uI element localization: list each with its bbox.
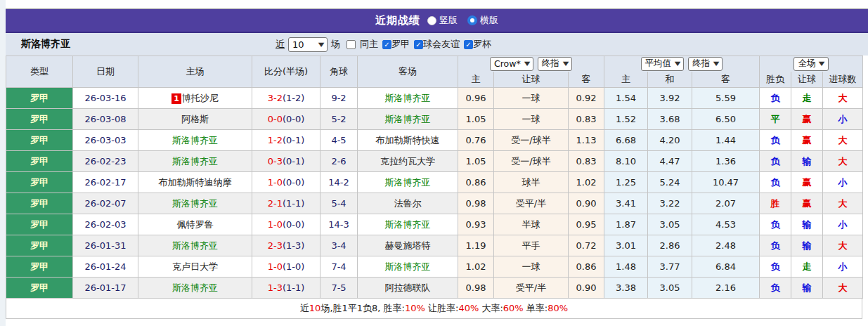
- average-select[interactable]: 平均值▼: [641, 57, 685, 71]
- fulltime-score: 0-3: [268, 156, 283, 167]
- sub-column-header-客: 客: [569, 72, 604, 88]
- avg-draw-odds-cell: 2.86: [648, 235, 692, 256]
- scope-select[interactable]: 全场▼: [793, 57, 828, 71]
- match-date-cell: 26-02-17: [73, 172, 138, 193]
- avg-home-odds-cell: 6.68: [604, 130, 648, 151]
- sub-column-header-让球: 让球: [494, 72, 569, 88]
- content: 近期战绩 竖版 横版 斯洛博齐亚 近 10 ▼ 场: [6, 0, 868, 326]
- checkbox-item-罗杯: ✓罗杯: [464, 38, 491, 51]
- avg-away-odds-cell: 6.50: [692, 109, 760, 130]
- result-cell: 负: [760, 256, 791, 278]
- avg-home-odds-cell: 8.10: [604, 151, 648, 172]
- final-odds-select[interactable]: 终指▼: [538, 57, 572, 71]
- home-team-name: 斯洛博齐亚: [172, 282, 218, 293]
- select-wrap: 全场▼: [760, 57, 862, 71]
- league-type-cell: 罗甲: [6, 130, 73, 151]
- radio-option-vertical[interactable]: 竖版: [427, 14, 458, 27]
- radio-horizontal-label[interactable]: 横版: [480, 14, 498, 27]
- avg-draw-odds-cell: 3.68: [648, 109, 692, 130]
- handicap-home-odds-cell: 1.19: [458, 235, 494, 256]
- radio-option-horizontal[interactable]: 横版: [467, 14, 498, 27]
- result-cell: 负: [760, 130, 791, 151]
- league-type-cell: 罗甲: [6, 235, 73, 256]
- handicap-result-cell: 输: [791, 151, 823, 172]
- away-team-name: 斯洛博齐亚: [385, 114, 431, 124]
- chevron-down-icon: ▼: [675, 60, 681, 67]
- avg-draw-odds-cell: 3.92: [648, 88, 692, 109]
- checkbox-label[interactable]: 球会友谊: [423, 38, 460, 51]
- league-type-cell: 罗甲: [6, 214, 73, 235]
- avg-away-odds-cell: 2.07: [692, 193, 760, 214]
- sub-column-header-主: 主: [458, 72, 494, 88]
- away-team-name: 斯洛博齐亚: [385, 177, 431, 188]
- score-cell: 1-0(1-0): [252, 256, 320, 278]
- score-cell: 1-0(0-0): [252, 214, 320, 235]
- filter-controls: 近 10 ▼ 场 同主✓罗甲✓球会友谊✓罗杯: [276, 37, 491, 52]
- home-team-name: 阿格斯: [181, 114, 209, 124]
- handicap-line-cell: 一球: [494, 256, 569, 278]
- radio-vertical-label[interactable]: 竖版: [439, 14, 458, 27]
- away-team-cell: 斯洛博齐亚: [358, 172, 458, 193]
- checkbox-list: 同主✓罗甲✓球会友谊✓罗杯: [346, 38, 491, 51]
- avg-away-odds-cell: 1.36: [692, 151, 760, 172]
- match-date-cell: 26-02-23: [73, 151, 138, 172]
- score-cell: 2-3(1-3): [252, 235, 320, 256]
- checkbox-label[interactable]: 罗甲: [391, 38, 410, 51]
- home-team-cell: 斯洛博齐亚: [138, 130, 252, 151]
- final-odds-select-value: 终指: [542, 58, 559, 70]
- league-type-cell: 罗甲: [6, 278, 73, 299]
- average-final-select[interactable]: 终指▼: [688, 57, 723, 71]
- chevron-down-icon: ▼: [524, 60, 530, 67]
- handicap-away-odds-cell: 0.90: [569, 193, 604, 214]
- recent-results-table: 类型日期主场比分(半场)角球客场Crow*▼终指▼平均值▼终指▼全场▼ 主让球客…: [6, 56, 863, 299]
- goals-result-cell: 小: [823, 109, 863, 130]
- score-cell: 2-1(1-1): [252, 193, 320, 214]
- goals-result-cell: 大: [823, 151, 863, 172]
- match-count-select[interactable]: 10 ▼: [288, 37, 328, 52]
- handicap-line-cell: 平手: [494, 235, 569, 256]
- table-row: 罗甲26-03-08阿格斯0-0(0-0)5-2斯洛博齐亚1.05一球0.831…: [6, 109, 863, 130]
- checkbox-label[interactable]: 同主: [360, 38, 378, 51]
- corner-cell: 9-2: [320, 88, 358, 109]
- summary-stat-label: 场,胜1平1负8, 胜率:: [320, 303, 405, 313]
- checkbox-checked[interactable]: ✓: [464, 40, 473, 49]
- fulltime-score: 1-0: [268, 177, 283, 188]
- handicap-home-odds-cell: 1.05: [458, 109, 494, 130]
- goals-result-cell: 小: [823, 214, 863, 235]
- away-team-cell: 布加勒斯特快速: [358, 130, 458, 151]
- home-team-cell: 斯洛博齐亚: [138, 151, 252, 172]
- goals-result-cell: 大: [823, 278, 863, 299]
- score-cell: 1-0(0-0): [252, 172, 320, 193]
- table-row: 罗甲26-01-31斯洛博齐亚2-3(1-3)3-4赫曼施塔特1.19平手0.7…: [6, 235, 863, 256]
- column-header-比分(半场): 比分(半场): [252, 56, 320, 88]
- avg-home-odds-cell: 1.52: [604, 109, 648, 130]
- corner-cell: 14-2: [320, 172, 358, 193]
- result-cell: 胜: [760, 193, 791, 214]
- fulltime-score: 1-0: [268, 219, 283, 230]
- league-type-cell: 罗甲: [6, 88, 73, 109]
- home-team-cell: 阿格斯: [138, 109, 252, 130]
- checkbox-label[interactable]: 罗杯: [473, 38, 491, 51]
- checkbox-unchecked[interactable]: [346, 40, 356, 49]
- checkbox-checked[interactable]: ✓: [414, 40, 423, 49]
- radio-horizontal-icon[interactable]: [467, 15, 477, 25]
- red-card-badge: 1: [171, 93, 181, 104]
- select-wrap: Crow*▼终指▼: [458, 57, 604, 71]
- handicap-away-odds-cell: 1.13: [569, 130, 604, 151]
- table-row: 罗甲26-01-24克卢日大学1-0(1-0)7-4斯洛博齐亚1.02一球0.8…: [6, 256, 863, 278]
- summary-stat-value: 40%: [458, 303, 479, 313]
- handicap-home-odds-cell: 0.76: [458, 130, 494, 151]
- column-header-类型: 类型: [6, 56, 73, 88]
- halftime-score: (1-1): [283, 198, 304, 209]
- home-team-name: 斯洛博齐亚: [172, 198, 218, 209]
- handicap-line-cell: 球半: [494, 172, 569, 193]
- match-date-cell: 26-02-03: [73, 214, 138, 235]
- checkbox-checked[interactable]: ✓: [382, 40, 391, 49]
- radio-vertical-icon[interactable]: [427, 16, 436, 25]
- table-row: 罗甲26-01-17斯洛博齐亚1-3(1-1)7-5阿拉德联队0.98受平/半0…: [6, 278, 863, 299]
- handicap-result-cell: 走: [791, 256, 823, 278]
- result-cell: 平: [760, 109, 791, 130]
- bookmaker-select[interactable]: Crow*▼: [490, 57, 533, 71]
- corner-cell: 3-4: [320, 235, 358, 256]
- near-link[interactable]: 近: [276, 38, 285, 51]
